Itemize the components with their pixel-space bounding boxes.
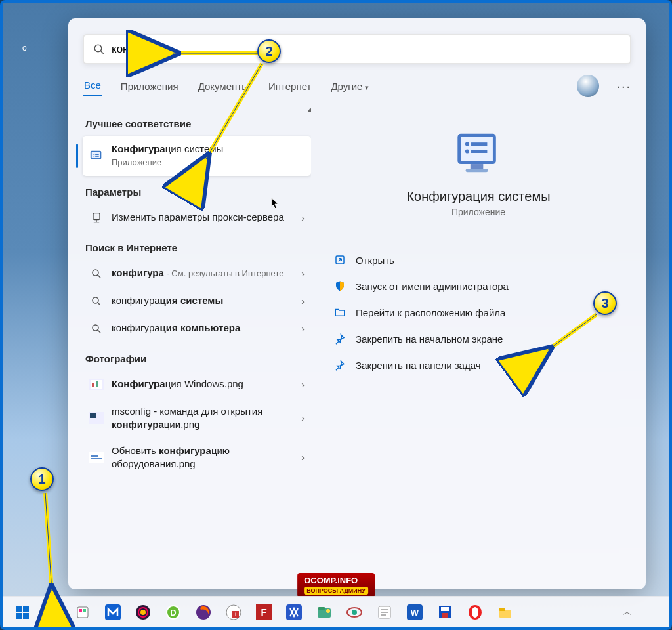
taskbar-word[interactable]: W [403, 600, 427, 624]
svg-point-81 [472, 607, 478, 618]
svg-line-16 [98, 329, 101, 333]
search-tabs: Все Приложения Документы Интернет Другие… [68, 71, 646, 105]
svg-rect-33 [466, 169, 488, 172]
svg-line-40 [547, 314, 597, 350]
svg-point-68 [326, 609, 330, 613]
desktop-label-fragment: o [22, 43, 27, 52]
svg-rect-43 [16, 606, 22, 612]
taskbar-maxthon[interactable] [101, 600, 125, 624]
taskbar-app-6[interactable]: + [222, 600, 245, 624]
section-web-search: Поиск в Интернете [83, 232, 311, 260]
results-scrollbar[interactable] [306, 105, 311, 589]
svg-rect-6 [95, 154, 99, 156]
photo-result-1[interactable]: Конфигурация Windows.png › [83, 371, 311, 398]
svg-rect-46 [23, 613, 29, 619]
chevron-right-icon: › [301, 452, 304, 463]
svg-point-30 [465, 150, 469, 154]
chevron-right-icon: › [301, 296, 304, 306]
taskbar-app-7[interactable]: F [252, 600, 276, 624]
more-options-button[interactable]: ··· [616, 79, 631, 94]
web-result-3[interactable]: конфигурация компьютера › [83, 315, 311, 343]
proxy-icon [89, 211, 104, 225]
svg-rect-3 [92, 152, 100, 158]
photo-result-2[interactable]: msconfig - команда для открытия конфигур… [83, 398, 311, 438]
taskbar-tray-placeholder[interactable] [643, 600, 662, 624]
svg-text:D: D [170, 608, 176, 618]
tab-apps[interactable]: Приложения [119, 77, 180, 96]
taskbar-app-8[interactable] [282, 600, 306, 624]
taskbar-app-4[interactable]: D [161, 600, 185, 624]
user-avatar[interactable] [577, 75, 599, 97]
action-open[interactable]: Открыть [331, 247, 626, 273]
svg-rect-49 [77, 607, 88, 618]
svg-rect-27 [461, 137, 493, 161]
taskbar-app-10[interactable] [343, 600, 366, 624]
taskbar-app-11[interactable] [373, 600, 396, 624]
action-run-as-admin[interactable]: Запуск от имени администратора [331, 273, 626, 299]
search-icon [89, 266, 104, 281]
taskbar: D + F W ︿ [3, 596, 669, 627]
annotation-arrow-to-pin [541, 311, 606, 366]
taskbar-overflow-chevron[interactable]: ︿ [618, 600, 637, 624]
svg-rect-24 [91, 458, 102, 459]
chevron-right-icon: › [301, 413, 304, 423]
taskbar-firefox[interactable] [192, 600, 215, 624]
svg-point-70 [352, 610, 357, 615]
taskbar-file-explorer[interactable] [494, 600, 517, 624]
svg-rect-20 [96, 381, 98, 387]
chevron-down-icon: ▾ [365, 83, 369, 91]
svg-line-14 [98, 302, 101, 305]
site-watermark: OCOMP.INFO ВОПРОСЫ АДМИНУ [297, 573, 375, 597]
image-thumb-icon [89, 450, 104, 465]
callout-badge-2: 2 [257, 39, 281, 63]
web-result-2[interactable]: конфигурация системы › [83, 287, 311, 315]
image-thumb-icon [89, 377, 104, 392]
svg-rect-7 [95, 156, 99, 157]
taskbar-save-icon[interactable] [433, 600, 457, 624]
taskbar-app-1[interactable] [71, 600, 94, 624]
svg-rect-22 [90, 413, 96, 418]
open-icon [333, 253, 346, 266]
chevron-right-icon: › [301, 213, 304, 223]
svg-rect-52 [105, 604, 121, 620]
web-result-1[interactable]: конфигура - См. результаты в Интернете › [83, 260, 311, 287]
svg-rect-83 [499, 608, 505, 611]
search-bar[interactable] [83, 34, 631, 64]
search-icon [93, 43, 105, 55]
annotation-arrow-to-bestmatch [196, 60, 275, 168]
preview-title: Конфигурация системы [406, 189, 550, 204]
results-column: Лучшее соответствие Конфигурация системы… [68, 105, 311, 589]
pin-icon [333, 332, 346, 345]
svg-rect-29 [471, 142, 487, 146]
svg-point-5 [93, 156, 94, 157]
svg-rect-51 [83, 609, 86, 612]
image-thumb-icon [89, 411, 104, 425]
chevron-right-icon: › [301, 268, 304, 279]
photo-result-3[interactable]: Обновить конфигурацию оборудования.png › [83, 438, 311, 478]
svg-line-48 [54, 614, 58, 618]
msconfig-icon [89, 148, 104, 163]
svg-rect-79 [442, 613, 448, 618]
tab-more[interactable]: Другие▾ [329, 77, 370, 96]
svg-rect-32 [471, 164, 484, 169]
section-photos: Фотографии [83, 343, 311, 371]
taskbar-opera[interactable] [463, 600, 487, 624]
start-button[interactable] [10, 600, 34, 624]
chevron-right-icon: › [301, 379, 304, 390]
svg-line-12 [98, 274, 101, 278]
svg-text:+: + [234, 611, 237, 618]
svg-text:W: W [411, 608, 419, 618]
preview-subtitle: Приложение [452, 207, 505, 217]
taskbar-app-3[interactable] [131, 600, 155, 624]
svg-rect-45 [16, 613, 22, 619]
pin-icon [333, 358, 346, 371]
svg-rect-78 [441, 607, 449, 611]
svg-line-42 [45, 493, 52, 591]
taskbar-app-9[interactable] [312, 600, 336, 624]
svg-point-4 [93, 154, 94, 156]
svg-rect-19 [92, 383, 94, 387]
folder-icon [333, 306, 346, 319]
tab-all[interactable]: Все [83, 75, 102, 96]
svg-point-47 [47, 606, 56, 615]
divider [331, 240, 626, 240]
